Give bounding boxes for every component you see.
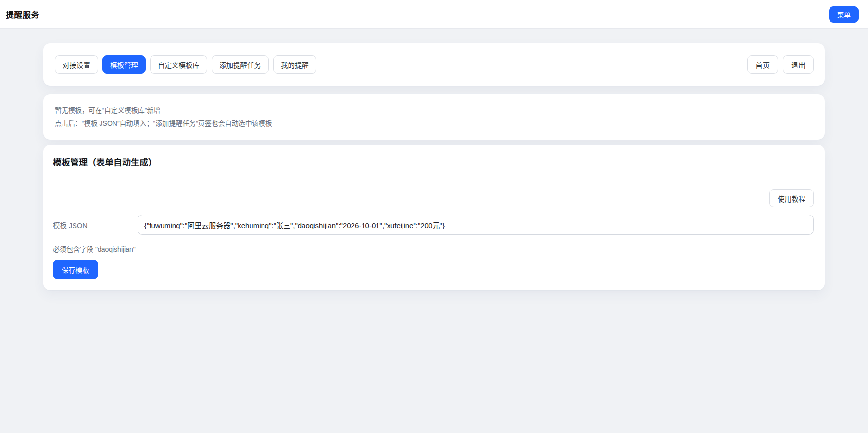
nav-right-group: 首页 退出 xyxy=(747,55,814,74)
tab-bar: 对接设置 模板管理 自定义模板库 添加提醒任务 我的提醒 首页 退出 xyxy=(43,43,825,86)
tab-add-reminder-task[interactable]: 添加提醒任务 xyxy=(212,55,269,74)
template-management-card: 模板管理（表单自动生成） 使用教程 模板 JSON 必须包含字段 "daoqis… xyxy=(43,145,825,290)
home-button[interactable]: 首页 xyxy=(747,55,778,74)
main-content: 对接设置 模板管理 自定义模板库 添加提醒任务 我的提醒 首页 退出 暂无模板，… xyxy=(43,29,825,290)
tutorial-button[interactable]: 使用教程 xyxy=(769,189,814,207)
notice-panel: 暂无模板，可在“自定义模板库”新增 点击后：“模板 JSON”自动填入；“添加提… xyxy=(43,94,825,140)
notice-line-2: 点击后：“模板 JSON”自动填入；“添加提醒任务”页签也会自动选中该模板 xyxy=(55,117,813,130)
required-field-hint: 必须包含字段 "daoqishijian" xyxy=(53,244,814,254)
template-json-label: 模板 JSON xyxy=(53,220,138,230)
tab-connection-settings[interactable]: 对接设置 xyxy=(55,55,98,74)
logout-button[interactable]: 退出 xyxy=(783,55,814,74)
tab-template-management[interactable]: 模板管理 xyxy=(102,55,146,74)
template-json-row: 模板 JSON xyxy=(53,215,814,235)
tab-my-reminders[interactable]: 我的提醒 xyxy=(273,55,316,74)
app-title: 提醒服务 xyxy=(6,8,39,20)
tutorial-row: 使用教程 xyxy=(53,189,814,207)
section-header: 模板管理（表单自动生成） xyxy=(43,145,825,176)
tab-custom-template-library[interactable]: 自定义模板库 xyxy=(150,55,207,74)
section-title: 模板管理（表单自动生成） xyxy=(53,155,814,168)
section-body: 使用教程 模板 JSON 必须包含字段 "daoqishijian" 保存模板 xyxy=(43,176,825,290)
menu-button[interactable]: 菜单 xyxy=(829,6,859,23)
save-template-button[interactable]: 保存模板 xyxy=(53,260,98,279)
tab-group: 对接设置 模板管理 自定义模板库 添加提醒任务 我的提醒 xyxy=(55,55,316,74)
notice-line-1: 暂无模板，可在“自定义模板库”新增 xyxy=(55,104,813,117)
template-json-input[interactable] xyxy=(138,215,814,235)
app-header: 提醒服务 菜单 xyxy=(0,0,868,29)
